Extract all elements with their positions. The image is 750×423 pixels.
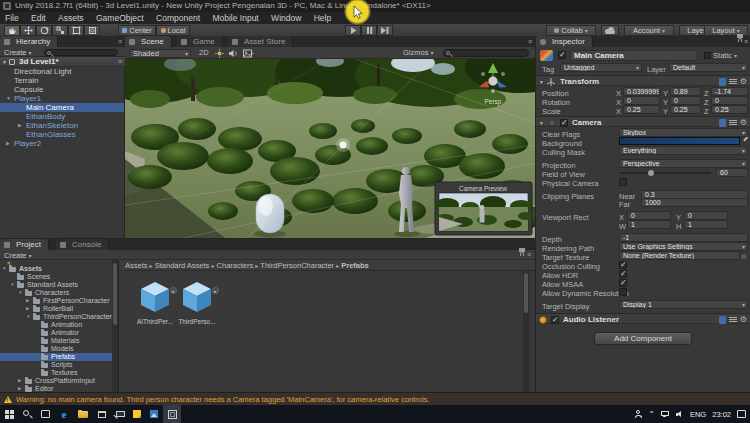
tab-console[interactable]: Console [56, 239, 109, 250]
hierarchy-item-terrain[interactable]: Terrain [0, 76, 124, 85]
culling-mask-dropdown[interactable]: Everything▾ [619, 146, 748, 155]
start-button[interactable] [0, 405, 18, 423]
space-toggle-button[interactable]: Local [156, 25, 190, 36]
search-button[interactable] [18, 405, 36, 423]
create-button[interactable]: Create ▾ [4, 48, 32, 57]
menu-file[interactable]: File [0, 12, 24, 24]
menu-mobile-input[interactable]: Mobile Input [207, 12, 263, 24]
position-x-field[interactable]: 0.03999996 [623, 87, 660, 96]
foldout-icon[interactable]: ▶ [26, 305, 29, 313]
viewport-h-field[interactable]: 1 [684, 220, 728, 229]
collab-button[interactable]: Collab▾ [546, 25, 596, 36]
doc-icon[interactable] [719, 78, 726, 86]
doc-icon[interactable] [719, 119, 726, 127]
add-component-button[interactable]: Add Component [594, 332, 692, 345]
crumb-characters[interactable]: Characters [217, 261, 254, 270]
target-display-dropdown[interactable]: Display 1▾ [619, 300, 748, 309]
target-texture-field[interactable]: None (Render Texture) [619, 251, 740, 260]
file-explorer-button[interactable] [74, 405, 92, 423]
scene-header-row[interactable]: ▼ 3d Level1* ≡ [0, 57, 125, 67]
projection-dropdown[interactable]: Perspective▾ [619, 159, 748, 168]
tab-project[interactable]: Project [0, 239, 49, 250]
tree-item-firstpersoncharacter[interactable]: ▶FirstPersonCharacter [0, 297, 118, 305]
scene-viewport[interactable]: Persp Camera Preview [125, 59, 535, 238]
speaker-icon[interactable] [676, 411, 684, 418]
rotate-tool-button[interactable] [36, 25, 52, 36]
network-icon[interactable] [661, 411, 670, 418]
occlusion-culling-checkbox[interactable]: ✓ [619, 261, 627, 269]
foldout-icon[interactable]: ▼ [2, 59, 7, 65]
far-clip-field[interactable]: 1000 [641, 198, 748, 207]
account-button[interactable]: Account▾ [624, 25, 674, 36]
pause-button[interactable] [361, 25, 377, 36]
menu-help[interactable]: Help [309, 12, 336, 24]
effects-toggle-icon[interactable] [243, 49, 254, 58]
tree-item-textures[interactable]: Textures [0, 369, 118, 377]
scene-context-icon[interactable]: ≡ [118, 58, 122, 65]
task-view-button[interactable] [36, 405, 54, 423]
preset-icon[interactable] [729, 78, 737, 85]
tab-asset-store[interactable]: Asset Store [228, 36, 293, 47]
static-checkbox[interactable] [704, 52, 711, 59]
active-checkbox[interactable]: ✓ [558, 51, 566, 59]
menu-gameobject[interactable]: GameObject [91, 12, 149, 24]
viewport-w-field[interactable]: 1 [627, 220, 671, 229]
physical-camera-checkbox[interactable] [619, 178, 627, 186]
audio-listener-header[interactable]: ✓ Audio Listener ⚙ [536, 313, 750, 324]
foldout-icon[interactable]: ▼ [18, 289, 22, 297]
2d-toggle[interactable]: 2D [199, 48, 209, 57]
scale-tool-button[interactable] [52, 25, 68, 36]
fov-value-field[interactable]: 60 [716, 168, 748, 177]
tree-item-assets[interactable]: ▼Assets [0, 265, 118, 273]
fov-slider-track[interactable] [619, 172, 711, 174]
tree-item-thirdpersoncharacter[interactable]: ▼ThirdPersonCharacter [0, 313, 118, 321]
allow-dynamic-resolution-checkbox[interactable] [619, 288, 627, 296]
lighting-toggle-icon[interactable] [215, 49, 224, 58]
camera-component-header[interactable]: ▼ ✓ Camera ⚙ [536, 116, 750, 127]
hierarchy-search-input[interactable] [44, 49, 118, 56]
crumb-prefabs[interactable]: Prefabs [341, 261, 369, 270]
menu-edit[interactable]: Edit [26, 12, 51, 24]
foldout-icon[interactable]: ▼ [539, 120, 544, 126]
rotation-z-field[interactable]: 0 [711, 96, 748, 105]
tab-game[interactable]: Game [177, 36, 223, 47]
mail-button[interactable] [111, 405, 129, 423]
tree-item-prefabs[interactable]: Prefabs [0, 353, 118, 361]
status-bar[interactable]: Warning: no main camera found. Third per… [0, 392, 750, 405]
foldout-icon[interactable]: ▼ [2, 265, 6, 273]
grid-scrollbar[interactable] [523, 271, 529, 393]
panel-menu-icon[interactable]: ≡ [118, 38, 122, 45]
foldout-icon[interactable]: ▼ [539, 79, 544, 85]
people-icon[interactable] [634, 410, 642, 418]
hierarchy-item-player2[interactable]: ▶Player2 [0, 139, 124, 148]
menu-component[interactable]: Component [151, 12, 205, 24]
tree-item-standard-assets[interactable]: ▼Standard Assets [0, 281, 118, 289]
allow-msaa-checkbox[interactable]: ✓ [619, 279, 627, 287]
background-color-swatch[interactable] [619, 137, 740, 145]
edge-button[interactable]: e [55, 405, 73, 423]
foldout-icon[interactable]: ▼ [10, 281, 14, 289]
tab-inspector[interactable]: Inspector [536, 36, 593, 47]
tree-item-scenes[interactable]: Scenes [0, 273, 118, 281]
audio-listener-checkbox[interactable]: ✓ [551, 316, 559, 324]
transform-component-header[interactable]: ▼ Transform ⚙ [536, 75, 750, 86]
scale-x-field[interactable]: 0.25 [623, 105, 660, 114]
menu-window[interactable]: Window [266, 12, 306, 24]
clock[interactable]: 23:02 [712, 410, 731, 419]
foldout-icon[interactable]: ▶ [18, 121, 22, 130]
photos-button[interactable] [145, 405, 163, 423]
scale-z-field[interactable]: 0.25 [711, 105, 748, 114]
hand-tool-button[interactable] [4, 25, 20, 36]
rendering-path-dropdown[interactable]: Use Graphics Settings▾ [619, 242, 748, 251]
tab-scene[interactable]: Scene [125, 36, 172, 47]
tree-item-scripts[interactable]: Scripts [0, 361, 118, 369]
tree-item-materials[interactable]: Materials [0, 337, 118, 345]
project-create-button[interactable]: Create ▾ [4, 251, 32, 260]
tree-item-characters[interactable]: ▼Characters [0, 289, 118, 297]
pivot-toggle-button[interactable]: Center [118, 25, 156, 36]
play-button[interactable] [345, 25, 361, 36]
scene-search-input[interactable] [443, 49, 529, 57]
gear-icon[interactable]: ⚙ [740, 316, 747, 324]
gear-icon[interactable]: ⚙ [740, 78, 747, 86]
eyedropper-icon[interactable] [742, 137, 748, 143]
